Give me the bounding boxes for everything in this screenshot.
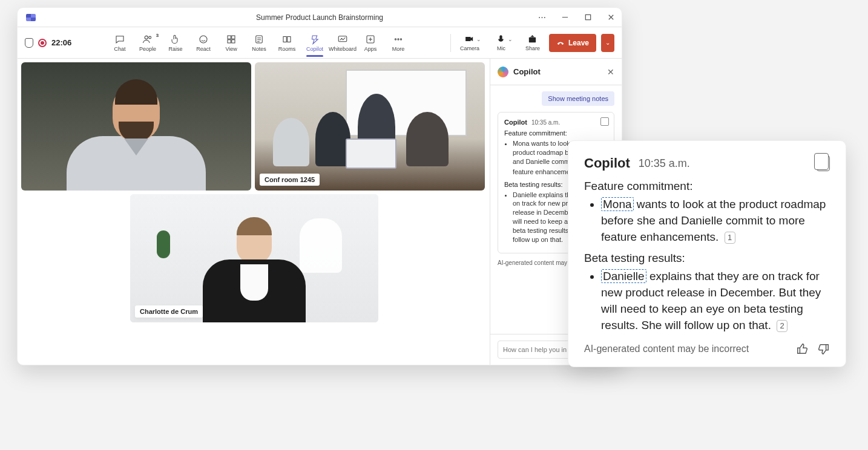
tile-name-tag: Charlotte de Crum [135, 305, 203, 318]
shield-icon [25, 38, 33, 48]
citation-badge[interactable]: 1 [725, 232, 735, 244]
chevron-down-icon[interactable]: ⌄ [476, 36, 481, 42]
notes-button[interactable]: Notes [246, 33, 272, 53]
participant-video [255, 62, 485, 191]
section-heading: Feature commitment: [504, 129, 608, 137]
svg-point-1 [145, 36, 148, 39]
copilot-panel-title: Copilot [513, 67, 541, 76]
meeting-timer: 22:06 [51, 38, 71, 47]
raise-hand-button[interactable]: Raise [162, 33, 189, 53]
svg-rect-5 [232, 36, 235, 39]
more-button[interactable]: More [385, 33, 412, 53]
recording-status: 22:06 [25, 38, 71, 48]
participant-video [130, 194, 378, 322]
svg-rect-6 [228, 39, 231, 42]
svg-rect-11 [338, 36, 347, 41]
message-time: 10:35 a.m. [531, 119, 560, 126]
people-button[interactable]: 3 People [134, 33, 161, 53]
citation-badge[interactable]: 2 [777, 320, 787, 332]
feedback-buttons [796, 342, 830, 356]
tile-name-tag: Conf room 1245 [260, 174, 320, 186]
mic-button[interactable]: ⌄ Mic [486, 34, 516, 51]
leave-button[interactable]: Leave [549, 34, 596, 52]
react-button[interactable]: React [190, 33, 217, 53]
svg-point-2 [149, 36, 151, 39]
mention-chip[interactable]: Mona [601, 197, 634, 211]
svg-rect-4 [228, 36, 231, 39]
svg-rect-7 [232, 39, 235, 42]
copy-icon[interactable] [817, 155, 830, 171]
leave-chevron-button[interactable]: ⌄ [601, 34, 614, 52]
video-tile[interactable] [21, 62, 251, 191]
participant-video [21, 62, 251, 191]
meeting-body: Conf room 1245 Charlotte de Crum Copilot… [18, 59, 622, 365]
copilot-message-popout: Copilot 10:35 a.m. Feature commitment: M… [568, 140, 846, 367]
thumbs-down-icon[interactable] [817, 342, 830, 356]
show-meeting-notes-button[interactable]: Show meeting notes [542, 91, 614, 106]
video-tile[interactable]: Charlotte de Crum [130, 194, 378, 322]
bullet-item: Mona wants to look at the product roadma… [601, 197, 830, 246]
whiteboard-button[interactable]: Whiteboard [329, 33, 356, 53]
copilot-button[interactable]: Copilot [301, 33, 328, 53]
copy-icon[interactable] [600, 117, 609, 126]
window-title: Summer Product Launch Brainstorming [18, 13, 622, 22]
svg-point-13 [395, 38, 396, 39]
thumbs-up-icon[interactable] [796, 342, 809, 356]
svg-point-15 [400, 38, 401, 39]
video-stage: Conf room 1245 Charlotte de Crum [18, 59, 490, 365]
share-button[interactable]: Share [518, 34, 548, 51]
camera-button[interactable]: ⌄ Camera [455, 34, 485, 51]
popout-footer: AI-generated content may be incorrect [584, 342, 830, 356]
view-button[interactable]: View [218, 33, 245, 53]
toolbar-center: Chat 3 People Raise React View Notes [107, 33, 412, 53]
popout-header: Copilot 10:35 a.m. [584, 155, 830, 171]
section-heading: Beta testing results: [584, 252, 830, 265]
rooms-button[interactable]: Rooms [274, 33, 300, 53]
toolbar-right: ⌄ Camera ⌄ Mic Share Leave ⌄ [455, 34, 614, 52]
chevron-down-icon[interactable]: ⌄ [508, 36, 513, 42]
copilot-panel-header: Copilot ✕ [490, 59, 622, 85]
hangup-icon [556, 39, 565, 47]
message-time: 10:35 a.m. [639, 157, 690, 170]
message-author: Copilot [584, 155, 630, 171]
toolbar-separator [450, 34, 451, 52]
chat-button[interactable]: Chat [107, 33, 133, 53]
svg-rect-10 [288, 36, 291, 42]
svg-point-3 [200, 36, 207, 43]
ai-disclaimer: AI-generated content may be incorrect [584, 344, 749, 354]
meeting-window: Summer Product Launch Brainstorming ⋯ 22… [17, 7, 622, 365]
close-panel-button[interactable]: ✕ [607, 67, 614, 77]
svg-point-14 [398, 38, 399, 39]
video-tile[interactable]: Conf room 1245 [255, 62, 485, 191]
meeting-toolbar: 22:06 Chat 3 People Raise React V [18, 27, 622, 59]
message-author: Copilot [504, 119, 527, 126]
apps-button[interactable]: Apps [357, 33, 384, 53]
leave-group: Leave ⌄ [549, 34, 614, 52]
section-heading: Feature commitment: [584, 180, 830, 193]
record-icon [38, 39, 47, 47]
svg-rect-9 [283, 36, 286, 42]
bullet-item: Danielle explains that they are on track… [601, 269, 830, 334]
titlebar: Summer Product Launch Brainstorming ⋯ [18, 8, 622, 27]
copilot-logo-icon [498, 67, 508, 77]
mention-chip[interactable]: Danielle [601, 269, 646, 283]
